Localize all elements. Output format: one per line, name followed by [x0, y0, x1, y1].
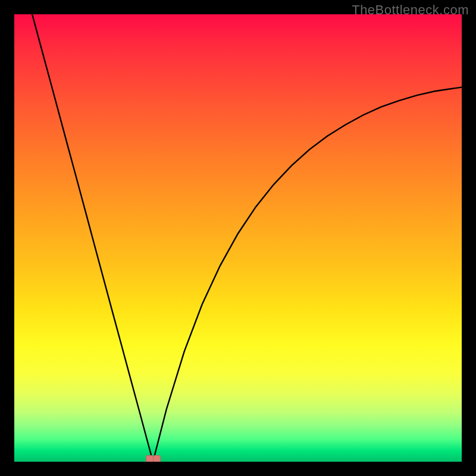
marker-a	[146, 455, 154, 462]
chart-frame: TheBottleneck.com	[0, 0, 476, 476]
plot-area	[14, 14, 462, 462]
marker-layer	[14, 14, 462, 462]
watermark-text: TheBottleneck.com	[352, 2, 469, 18]
marker-b	[153, 455, 161, 462]
